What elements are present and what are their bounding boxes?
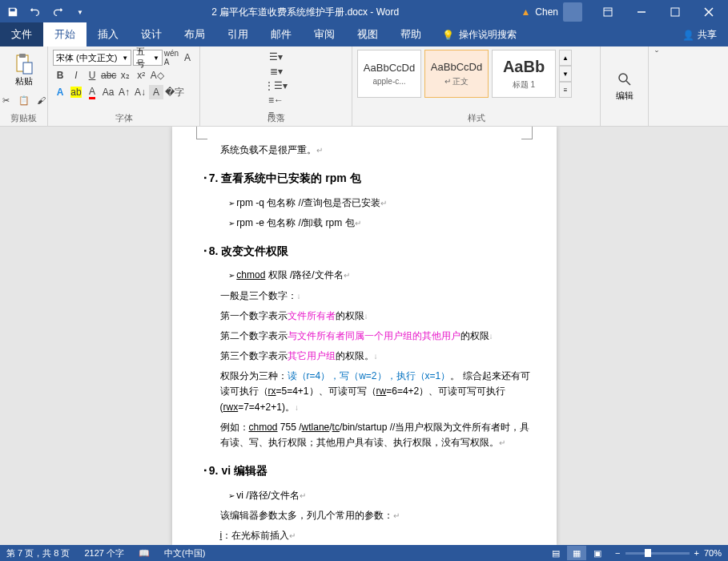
redo-button[interactable]: [48, 2, 67, 22]
word-count[interactable]: 2127 个字: [84, 547, 124, 559]
body-text[interactable]: 一般是三个数字：↓: [220, 289, 533, 304]
spell-check-icon[interactable]: 📖: [139, 548, 150, 559]
clear-format-button[interactable]: A◇: [150, 68, 164, 83]
tab-design[interactable]: 设计: [130, 22, 173, 46]
paste-button[interactable]: 粘贴: [8, 50, 40, 90]
body-text[interactable]: i：在光标前插入↵: [220, 528, 533, 543]
tab-help[interactable]: 帮助: [389, 22, 432, 46]
body-text[interactable]: 第二个数字表示与文件所有者同属一个用户组的其他用户的权限↓: [220, 329, 533, 344]
minimize-button[interactable]: [625, 0, 658, 24]
group-label: 段落: [200, 112, 352, 124]
copy-button[interactable]: 📋: [16, 93, 32, 107]
phonetic-guide-button[interactable]: wénA: [164, 50, 179, 65]
svg-point-9: [619, 74, 627, 82]
svg-rect-0: [604, 8, 612, 16]
group-label: 剪贴板: [0, 112, 47, 124]
shrink-font-button[interactable]: A↓: [133, 85, 147, 99]
bullets-button[interactable]: ☰▾: [205, 50, 347, 64]
multilevel-button[interactable]: ⋮☰▾: [205, 79, 347, 93]
cut-button[interactable]: ✂: [0, 93, 14, 107]
tab-view[interactable]: 视图: [346, 22, 389, 46]
document-area[interactable]: 系统负载不是很严重。↵ 7. 查看系统中已安装的 rpm 包 rpm -q 包名…: [0, 127, 728, 545]
collapse-ribbon-button[interactable]: ˇ: [649, 46, 665, 126]
share-button[interactable]: 👤共享: [671, 23, 728, 46]
body-text[interactable]: 权限分为三种：读（r=4），写（w=2），执行（x=1）。 综合起来还有可读可执…: [220, 369, 533, 415]
tab-review[interactable]: 审阅: [303, 22, 346, 46]
qat-customize[interactable]: ▼: [70, 2, 90, 22]
list-item[interactable]: rpm -q 包名称 //查询包是否已安装↵: [228, 196, 533, 211]
group-styles: AaBbCcDd apple-c... AaBbCcDd ↵ 正文 AaBb 标…: [352, 46, 601, 126]
body-text[interactable]: 第一个数字表示文件所有者的权限↓: [220, 309, 533, 324]
read-mode-button[interactable]: ▤: [546, 546, 565, 560]
text-effect-button[interactable]: A: [53, 85, 67, 99]
document-title: 2 扁平化车道收费系统维护手册.docx - Word: [90, 6, 521, 19]
enclosed-button[interactable]: �字: [165, 85, 184, 99]
zoom-slider[interactable]: [625, 552, 690, 555]
print-layout-button[interactable]: ▦: [567, 546, 586, 560]
ribbon-display-button[interactable]: [592, 0, 624, 24]
format-painter-button[interactable]: 🖌: [34, 93, 50, 107]
underline-button[interactable]: U: [85, 68, 99, 83]
decrease-indent-button[interactable]: ≡←: [205, 93, 347, 107]
close-button[interactable]: [693, 0, 725, 24]
title-bar: ▼ 2 扁平化车道收费系统维护手册.docx - Word ▲ Chen: [0, 0, 728, 24]
font-name-select[interactable]: 宋体 (中文正文)▼: [53, 50, 131, 66]
group-clipboard: 粘贴 ✂ 📋 🖌 剪贴板: [0, 46, 48, 126]
heading[interactable]: 7. 查看系统中已安装的 rpm 包: [204, 169, 533, 187]
ribbon-tabs: 文件 开始 插入 设计 布局 引用 邮件 审阅 视图 帮助 💡操作说明搜索 👤共…: [0, 24, 728, 46]
bold-button[interactable]: B: [53, 68, 67, 83]
enclose-char-button[interactable]: A: [149, 85, 163, 99]
tab-layout[interactable]: 布局: [173, 22, 216, 46]
page-corner-mark: [521, 127, 533, 139]
body-text[interactable]: 第三个数字表示其它用户组的权限。↓: [220, 349, 533, 364]
share-icon: 👤: [682, 30, 694, 41]
page-number[interactable]: 第 7 页，共 8 页: [6, 547, 70, 559]
heading[interactable]: 9. vi 编辑器: [204, 462, 533, 479]
strike-button[interactable]: abc: [101, 68, 116, 83]
grow-font-button[interactable]: A↑: [117, 85, 131, 99]
font-size-select[interactable]: 五号▼: [133, 50, 163, 66]
char-shading-button[interactable]: Aa: [101, 85, 115, 99]
tab-home[interactable]: 开始: [43, 22, 86, 46]
zoom-in-button[interactable]: +: [694, 548, 699, 558]
style-heading1[interactable]: AaBb 标题 1: [492, 50, 556, 98]
italic-button[interactable]: I: [69, 68, 83, 83]
tab-file[interactable]: 文件: [0, 22, 43, 46]
style-normal[interactable]: AaBbCcDd ↵ 正文: [424, 50, 489, 98]
tell-me[interactable]: 💡操作说明搜索: [432, 23, 526, 46]
list-item[interactable]: chmod 权限 /路径/文件名↵: [228, 268, 533, 283]
body-text[interactable]: 系统负载不是很严重。↵: [220, 143, 533, 158]
undo-button[interactable]: [26, 2, 45, 22]
font-color-button[interactable]: A: [85, 85, 99, 99]
char-border-button[interactable]: A: [180, 50, 195, 65]
body-text[interactable]: 例如：chmod 755 /wtlane/tc/bin/startup //当用…: [220, 420, 533, 450]
body-text[interactable]: 该编辑器参数太多，列几个常用的参数：↵: [220, 508, 533, 523]
tab-references[interactable]: 引用: [216, 22, 259, 46]
bulb-icon: 💡: [442, 30, 454, 41]
subscript-button[interactable]: x₂: [118, 68, 132, 83]
language[interactable]: 中文(中国): [164, 547, 205, 559]
tab-mail[interactable]: 邮件: [259, 22, 303, 46]
highlight-button[interactable]: ab: [69, 85, 83, 99]
styles-gallery-more[interactable]: ▲▼≡: [559, 50, 572, 98]
ribbon: 粘贴 ✂ 📋 🖌 剪贴板 宋体 (中文正文)▼ 五号▼ wénA A B I U…: [0, 46, 728, 127]
save-button[interactable]: [3, 2, 22, 22]
group-label: 样式: [352, 112, 600, 124]
avatar: [563, 2, 582, 22]
list-item[interactable]: vi /路径/文件名↵: [228, 488, 533, 503]
list-item[interactable]: rpm -e 包名称 //卸载 rpm 包↵: [228, 216, 533, 231]
svg-line-4: [705, 8, 713, 16]
zoom-level[interactable]: 70%: [704, 548, 722, 558]
quick-access-toolbar: ▼: [3, 2, 90, 22]
user-account[interactable]: ▲ Chen: [521, 2, 582, 22]
zoom-out-button[interactable]: −: [615, 548, 620, 558]
tab-insert[interactable]: 插入: [86, 22, 130, 46]
web-layout-button[interactable]: ▣: [588, 546, 607, 560]
warning-icon: ▲: [521, 6, 530, 18]
heading[interactable]: 8. 改变文件权限: [204, 242, 533, 260]
numbering-button[interactable]: ≣▾: [205, 64, 347, 79]
superscript-button[interactable]: x²: [134, 68, 148, 83]
maximize-button[interactable]: [659, 0, 691, 24]
style-apple[interactable]: AaBbCcDd apple-c...: [357, 50, 421, 98]
find-button[interactable]: 编辑: [616, 71, 633, 102]
